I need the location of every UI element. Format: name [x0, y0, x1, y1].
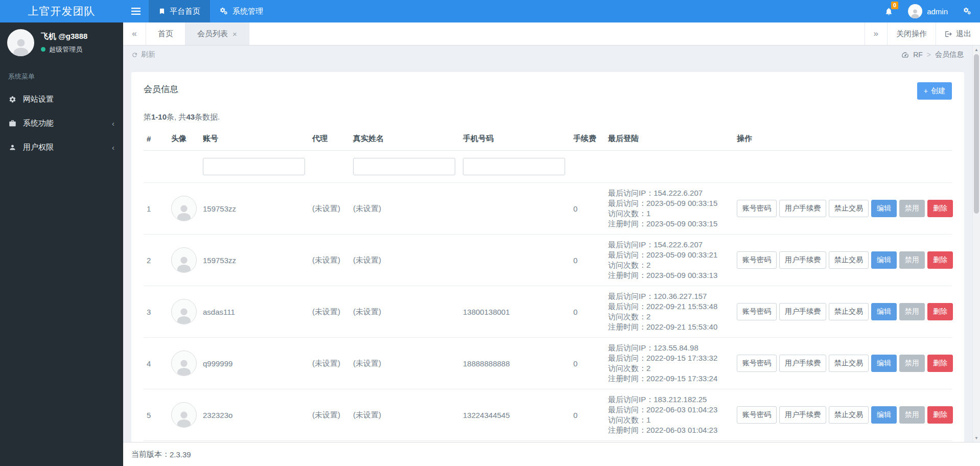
scrollbar-thumb[interactable] [974, 54, 979, 214]
last-ip-value: 183.212.182.25 [654, 395, 707, 404]
realname-filter-input[interactable] [353, 158, 455, 175]
phone-value: 13800138001 [463, 308, 510, 316]
account-password-button[interactable]: 账号密码 [737, 406, 777, 424]
phone-value: 13224344545 [463, 411, 510, 420]
account-password-button[interactable]: 账号密码 [737, 200, 777, 217]
delete-button[interactable]: 删除 [927, 251, 953, 269]
sidebar: 飞机 @g3888 超级管理员 系统菜单 网站设置 系统功能 ‹ 用户权限 ‹ [0, 22, 123, 466]
notifications-button[interactable]: 0 [877, 0, 901, 22]
disable-button[interactable]: 禁用 [899, 251, 925, 269]
tab-member-list[interactable]: 会员列表 × [185, 22, 249, 45]
forbid-trade-button[interactable]: 禁止交易 [829, 355, 869, 372]
member-avatar [171, 402, 197, 428]
last-ip-value: 120.36.227.157 [654, 292, 707, 300]
breadcrumb-current: 会员信息 [935, 50, 964, 59]
toolbar-row: 刷新 RF > 会员信息 [123, 45, 980, 64]
account-password-button[interactable]: 账号密码 [737, 251, 777, 269]
settings-button[interactable] [955, 0, 980, 22]
sidebar-item-user-permissions[interactable]: 用户权限 ‹ [0, 135, 123, 159]
registered-value: 2022-09-15 17:33:24 [646, 374, 717, 383]
breadcrumb-home[interactable]: RF [913, 51, 923, 59]
sidebar-item-system-functions[interactable]: 系统功能 ‹ [0, 111, 123, 135]
user-fee-button[interactable]: 用户手续费 [779, 406, 826, 424]
fee-value: 0 [573, 256, 577, 265]
user-fee-button[interactable]: 用户手续费 [779, 200, 826, 217]
user-fee-button[interactable]: 用户手续费 [779, 303, 826, 320]
disable-button[interactable]: 禁用 [899, 355, 925, 372]
account-value: 159753zz [203, 256, 236, 265]
visits-value: 2 [646, 364, 650, 372]
create-button-label: 创建 [931, 86, 945, 96]
disable-button[interactable]: 禁用 [899, 406, 925, 424]
briefcase-icon [9, 120, 16, 127]
edit-button[interactable]: 编辑 [871, 303, 897, 320]
panel-title: 会员信息 [144, 83, 952, 95]
nav-item-system-management[interactable]: 系统管理 [210, 0, 273, 22]
create-button[interactable]: + 创建 [917, 82, 952, 100]
tabs-scroll-right-button[interactable]: » [865, 22, 887, 45]
vertical-scrollbar[interactable]: ▲ ▼ [972, 45, 980, 442]
main-area: « 首页 会员列表 × » 关闭操作 退出 [123, 22, 980, 466]
visits-value: 1 [646, 415, 650, 424]
last-login-cell: 最后访问IP：183.212.182.25 最后访问：2022-06-03 01… [605, 389, 734, 441]
table-row: 2 159753zz (未设置) (未设置) 0 最后访问IP：154.222.… [144, 235, 952, 286]
delete-button[interactable]: 删除 [927, 406, 953, 424]
plus-icon: + [924, 87, 928, 95]
last-login-cell: 最后访问IP：123.55.84.98 最后访问：2022-09-15 17:3… [605, 338, 734, 389]
avatar [7, 29, 34, 56]
fee-value: 0 [573, 308, 577, 316]
realname-value: (未设置) [353, 204, 381, 213]
edit-button[interactable]: 编辑 [871, 200, 897, 217]
tab-home[interactable]: 首页 [146, 22, 185, 45]
close-icon[interactable]: × [232, 30, 237, 38]
nav-item-platform-home[interactable]: 平台首页 [149, 0, 210, 22]
forbid-trade-button[interactable]: 禁止交易 [829, 303, 869, 320]
forbid-trade-button[interactable]: 禁止交易 [829, 251, 869, 269]
agent-value: (未设置) [312, 255, 340, 264]
forbid-trade-button[interactable]: 禁止交易 [829, 406, 869, 424]
logout-button[interactable]: 退出 [936, 22, 980, 45]
edit-button[interactable]: 编辑 [871, 251, 897, 269]
last-visit-value: 2023-05-09 00:33:21 [646, 250, 717, 259]
phone-filter-input[interactable] [463, 158, 565, 175]
member-avatar [171, 196, 197, 221]
forbid-trade-button[interactable]: 禁止交易 [829, 200, 869, 217]
disable-button[interactable]: 禁用 [899, 303, 925, 320]
close-operations-button[interactable]: 关闭操作 [887, 22, 936, 45]
sidebar-item-site-settings[interactable]: 网站设置 [0, 87, 123, 111]
delete-button[interactable]: 删除 [927, 200, 953, 217]
table-row: 5 232323o (未设置) (未设置) 13224344545 0 最后访问… [144, 389, 952, 441]
registered-value: 2023-05-09 00:33:13 [646, 271, 717, 279]
delete-button[interactable]: 删除 [927, 355, 953, 372]
delete-button[interactable]: 删除 [927, 303, 953, 320]
username: admin [927, 7, 948, 16]
breadcrumb: RF > 会员信息 [901, 50, 972, 59]
user-fee-button[interactable]: 用户手续费 [779, 251, 826, 269]
disable-button[interactable]: 禁用 [899, 200, 925, 217]
row-actions: 账号密码用户手续费禁止交易编辑禁用删除 [737, 406, 949, 424]
member-avatar [171, 299, 197, 324]
account-password-button[interactable]: 账号密码 [737, 355, 777, 372]
tabs-scroll-left-button[interactable]: « [123, 22, 146, 45]
chevron-left-icon: ‹ [112, 143, 114, 152]
edit-button[interactable]: 编辑 [871, 355, 897, 372]
user-menu[interactable]: admin [901, 0, 955, 22]
agent-value: (未设置) [312, 410, 340, 419]
version-label: 当前版本： [131, 450, 170, 459]
user-fee-button[interactable]: 用户手续费 [779, 355, 826, 372]
account-filter-input[interactable] [203, 158, 305, 175]
account-value: asdas111 [203, 308, 235, 316]
agent-value: (未设置) [312, 359, 340, 367]
scroll-down-arrow-icon[interactable]: ▼ [973, 434, 980, 441]
col-account: 账号 [200, 127, 309, 151]
refresh-button[interactable]: 刷新 [131, 50, 155, 59]
sidebar-toggle-button[interactable] [123, 0, 149, 22]
nav-item-label: 系统管理 [232, 7, 263, 16]
chevron-left-icon: ‹ [112, 119, 114, 128]
table-row: 4 q999999 (未设置) (未设置) 18888888888 0 最后访问… [144, 338, 952, 389]
account-password-button[interactable]: 账号密码 [737, 303, 777, 320]
table-header-row: # 头像 账号 代理 真实姓名 手机号码 手续费 最后登陆 操作 [144, 127, 952, 151]
scroll-up-arrow-icon[interactable]: ▲ [973, 46, 980, 53]
col-phone: 手机号码 [460, 127, 570, 151]
edit-button[interactable]: 编辑 [871, 406, 897, 424]
